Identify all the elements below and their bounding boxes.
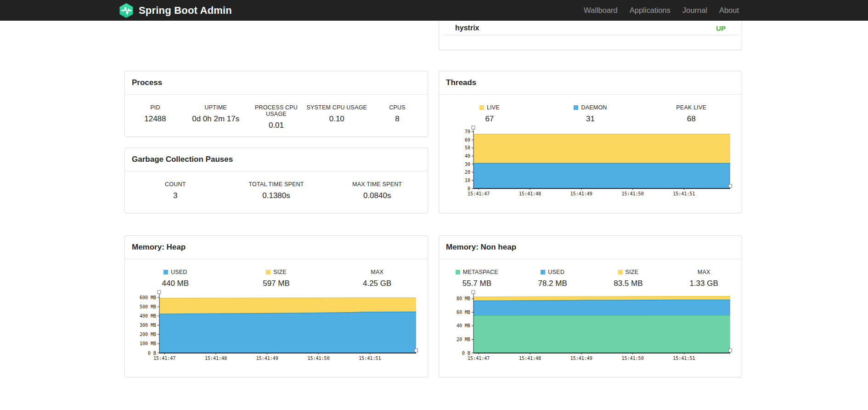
svg-text:100 MB: 100 MB [140, 341, 156, 346]
metric-pid: PID 12488 [125, 104, 186, 130]
metric-gc-max-time: MAX TIME SPENT 0.0840s [327, 181, 428, 200]
heap-panel-title: Memory: Heap [125, 236, 428, 259]
nonheap-panel: Memory: Non heap METASPACE 55.7 MB USED … [439, 235, 742, 377]
heap-chart: 0 B100 MB200 MB300 MB400 MB500 MB600 MB1… [125, 290, 428, 366]
nav-links: Wallboard Applications Journal About [578, 0, 745, 21]
svg-text:10: 10 [465, 178, 470, 183]
svg-text:15:41:50: 15:41:50 [307, 356, 329, 361]
nav-item-wallboard[interactable]: Wallboard [578, 6, 624, 15]
svg-text:15:41:47: 15:41:47 [468, 356, 490, 361]
svg-text:15:41:47: 15:41:47 [468, 191, 490, 196]
process-metrics: PID 12488 UPTIME 0d 0h 2m 17s PROCESS CP… [125, 95, 428, 130]
gc-panel: Garbage Collection Pauses COUNT 3 TOTAL … [124, 148, 428, 213]
brand-title: Spring Boot Admin [139, 5, 232, 17]
process-panel: Process PID 12488 UPTIME 0d 0h 2m 17s PR… [124, 71, 428, 137]
svg-text:60 MB: 60 MB [457, 310, 470, 315]
svg-text:15:41:51: 15:41:51 [359, 356, 381, 361]
svg-text:40: 40 [465, 154, 470, 159]
svg-text:20: 20 [465, 170, 470, 175]
svg-text:40 MB: 40 MB [457, 323, 470, 328]
metric-gc-total-time: TOTAL TIME SPENT 0.1380s [226, 181, 327, 200]
gc-panel-title: Garbage Collection Pauses [125, 148, 428, 171]
svg-text:0: 0 [468, 186, 470, 191]
legend-heap-max: MAX 4.25 GB [327, 269, 428, 288]
svg-text:15:41:47: 15:41:47 [153, 356, 175, 361]
metric-uptime: UPTIME 0d 0h 2m 17s [186, 104, 246, 130]
legend-heap-used: USED 440 MB [125, 269, 226, 288]
process-panel-title: Process [125, 71, 428, 95]
nonheap-panel-title: Memory: Non heap [439, 236, 742, 259]
svg-text:500 MB: 500 MB [140, 304, 156, 309]
nonheap-legend: METASPACE 55.7 MB USED 78.2 MB SIZE 83.5… [439, 259, 742, 288]
nonheap-chart: 0 B20 MB40 MB60 MB80 MB15:41:4715:41:481… [439, 290, 742, 366]
gc-metrics: COUNT 3 TOTAL TIME SPENT 0.1380s MAX TIM… [125, 171, 428, 200]
nav-item-journal[interactable]: Journal [676, 6, 713, 15]
legend-metaspace: METASPACE 55.7 MB [439, 269, 515, 288]
heap-used-swatch-icon [163, 270, 168, 274]
legend-nonheap-used: USED 78.2 MB [515, 269, 591, 288]
metric-gc-count: COUNT 3 [125, 181, 226, 200]
brand-logo-icon [118, 3, 134, 18]
threads-panel-title: Threads [439, 71, 742, 95]
legend-heap-size: SIZE 597 MB [226, 269, 327, 288]
svg-text:15:41:49: 15:41:49 [570, 191, 592, 196]
svg-text:600 MB: 600 MB [140, 295, 156, 300]
status-badge: UP [716, 24, 726, 32]
svg-text:70: 70 [465, 129, 470, 134]
svg-text:15:41:48: 15:41:48 [205, 356, 227, 361]
threads-legend: LIVE 67 DAEMON 31 PEAK LIVE 68 [439, 95, 742, 124]
threads-panel: Threads LIVE 67 DAEMON 31 PEAK LIVE 68 0… [439, 71, 742, 213]
legend-daemon: DAEMON 31 [540, 104, 641, 124]
metric-system-cpu-usage: SYSTEM CPU USAGE 0.10 [306, 104, 367, 130]
svg-text:15:41:48: 15:41:48 [519, 356, 541, 361]
svg-text:15:41:49: 15:41:49 [570, 356, 592, 361]
svg-text:15:41:49: 15:41:49 [256, 356, 278, 361]
heap-panel: Memory: Heap USED 440 MB SIZE 597 MB MAX… [124, 235, 428, 377]
svg-text:15:41:51: 15:41:51 [673, 191, 695, 196]
status-row: hystrix UP [444, 21, 737, 35]
nav-item-about[interactable]: About [713, 6, 745, 15]
svg-text:0 B: 0 B [148, 351, 156, 356]
svg-text:15:41:50: 15:41:50 [621, 356, 643, 361]
threads-chart: 01020304050607015:41:4715:41:4815:41:491… [439, 125, 742, 201]
nonheap-size-swatch-icon [618, 270, 623, 274]
nav-item-applications[interactable]: Applications [624, 6, 676, 15]
legend-nonheap-max: MAX 1.33 GB [666, 269, 742, 288]
legend-nonheap-size: SIZE 83.5 MB [591, 269, 666, 288]
svg-text:15:41:48: 15:41:48 [519, 191, 541, 196]
svg-text:60: 60 [465, 137, 470, 142]
svg-text:80 MB: 80 MB [457, 296, 470, 301]
legend-peak-live: PEAK LIVE 68 [641, 104, 742, 124]
brand[interactable]: Spring Boot Admin [118, 0, 232, 21]
nonheap-used-swatch-icon [541, 270, 545, 274]
legend-live: LIVE 67 [439, 104, 540, 124]
navbar: Spring Boot Admin Wallboard Applications… [0, 0, 868, 21]
svg-text:300 MB: 300 MB [140, 323, 156, 328]
svg-text:50: 50 [465, 145, 470, 150]
service-name: hystrix [455, 24, 479, 32]
svg-text:30: 30 [465, 162, 470, 167]
heap-legend: USED 440 MB SIZE 597 MB MAX 4.25 GB [125, 259, 428, 288]
svg-text:15:41:50: 15:41:50 [621, 191, 643, 196]
metaspace-swatch-icon [456, 270, 460, 274]
live-swatch-icon [479, 105, 484, 110]
svg-text:15:41:51: 15:41:51 [673, 356, 695, 361]
metric-cpus: CPUS 8 [367, 104, 428, 130]
spring-boot-admin-page: { "navbar": { "brand": "Spring Boot Admi… [0, 0, 868, 410]
daemon-swatch-icon [574, 105, 578, 110]
svg-text:0 B: 0 B [462, 351, 470, 356]
metric-process-cpu-usage: PROCESS CPU USAGE 0.01 [246, 104, 307, 130]
heap-size-swatch-icon [266, 270, 271, 274]
svg-text:200 MB: 200 MB [140, 332, 156, 337]
svg-text:400 MB: 400 MB [140, 313, 156, 319]
svg-text:20 MB: 20 MB [457, 337, 470, 342]
